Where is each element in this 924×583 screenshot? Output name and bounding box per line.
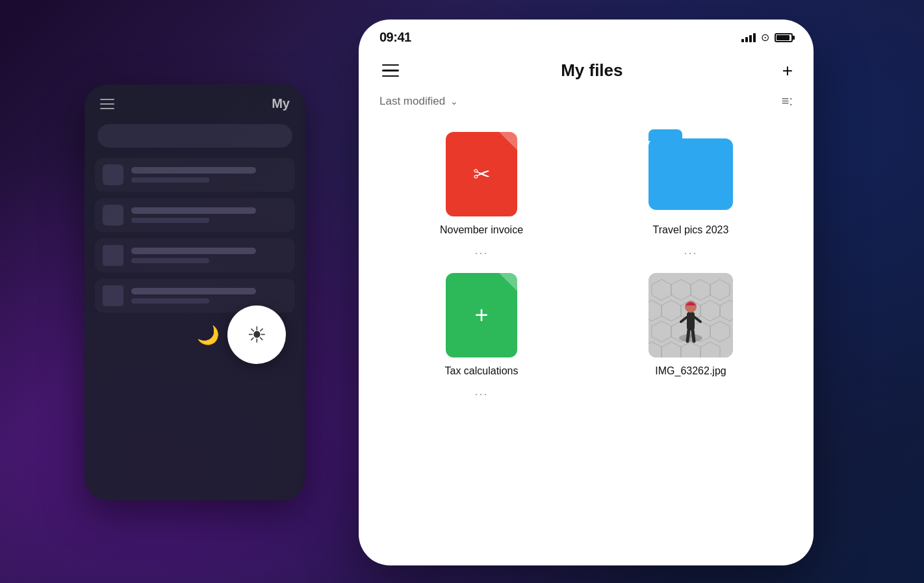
sheet-symbol: + <box>474 304 488 327</box>
dark-file-text <box>131 167 287 183</box>
dark-menu-icon <box>100 99 114 109</box>
chevron-down-icon: ⌄ <box>450 96 458 107</box>
dark-file-icon <box>103 245 123 266</box>
view-toggle-button[interactable]: ≡: <box>782 94 793 109</box>
file-item-img-63262[interactable]: IMG_63262.jpg <box>594 273 788 398</box>
file-more-button[interactable]: ... <box>684 244 697 257</box>
dark-file-sub-bar <box>131 258 209 263</box>
file-more-button[interactable]: ... <box>474 244 488 257</box>
dark-file-list <box>84 158 305 313</box>
svg-line-23 <box>687 330 689 341</box>
dark-file-name-bar <box>131 288 256 294</box>
file-more-button[interactable]: ... <box>474 385 488 398</box>
status-icons: ⊙ <box>741 31 793 44</box>
file-name: Travel pics 2023 <box>653 224 729 236</box>
theme-toggle[interactable]: 🌙 ☀ <box>188 305 286 364</box>
status-time: 09:41 <box>379 30 411 45</box>
dark-file-name-bar <box>131 167 256 174</box>
dark-file-text <box>131 288 287 304</box>
sun-toggle-button[interactable]: ☀ <box>227 305 286 364</box>
file-name: November invoice <box>440 224 523 236</box>
sort-bar: Last modified ⌄ ≡: <box>359 88 814 122</box>
app-header: My files + <box>359 50 814 88</box>
file-item-november-invoice[interactable]: ✂ November invoice ... <box>385 132 578 257</box>
spreadsheet-icon: + <box>446 273 517 357</box>
dark-file-text <box>131 207 287 223</box>
dark-search-bar <box>97 124 292 148</box>
file-icon-wrap: + <box>439 273 524 357</box>
dark-file-icon <box>103 164 123 185</box>
svg-line-24 <box>693 330 694 341</box>
image-thumbnail <box>648 273 733 357</box>
file-icon-wrap <box>648 132 733 216</box>
dark-phone-title: My <box>272 96 290 111</box>
dark-file-icon <box>103 205 123 226</box>
sort-label: Last modified <box>379 95 445 108</box>
file-name: Tax calculations <box>445 365 519 377</box>
svg-point-18 <box>679 334 702 342</box>
dark-list-item <box>95 198 295 232</box>
dark-list-item <box>95 158 295 192</box>
file-icon-wrap: ✂ <box>439 132 524 216</box>
sort-selector[interactable]: Last modified ⌄ <box>379 95 458 108</box>
pdf-icon: ✂ <box>446 132 517 216</box>
signal-icon <box>741 33 756 42</box>
dark-file-sub-bar <box>131 177 209 183</box>
file-item-travel-pics[interactable]: Travel pics 2023 ... <box>594 132 788 257</box>
dark-file-text <box>131 248 287 263</box>
dark-phone: My <box>84 84 305 500</box>
folder-icon <box>648 138 733 210</box>
menu-button[interactable] <box>379 62 402 80</box>
file-item-tax-calculations[interactable]: + Tax calculations ... <box>385 273 578 398</box>
battery-fill <box>776 35 789 40</box>
wifi-icon: ⊙ <box>761 31 769 44</box>
files-grid: ✂ November invoice ... Travel pics 2023 … <box>359 122 814 409</box>
list-view-icon: ≡: <box>782 94 793 108</box>
moon-icon: 🌙 <box>188 315 227 354</box>
dark-file-sub-bar <box>131 298 209 304</box>
dark-phone-header: My <box>84 84 305 119</box>
dark-file-icon <box>103 285 123 306</box>
status-bar: 09:41 ⊙ <box>359 19 814 50</box>
file-name: IMG_63262.jpg <box>655 365 726 377</box>
dark-file-name-bar <box>131 248 256 254</box>
svg-rect-19 <box>687 312 695 330</box>
sun-icon: ☀ <box>247 322 266 348</box>
dark-file-name-bar <box>131 207 256 214</box>
dark-list-item <box>95 239 295 272</box>
page-title: My files <box>561 60 622 81</box>
pdf-symbol: ✂ <box>473 162 491 187</box>
battery-icon <box>775 33 793 42</box>
dark-file-sub-bar <box>131 218 209 223</box>
image-svg <box>648 273 733 357</box>
add-file-button[interactable]: + <box>782 62 793 80</box>
light-phone: 09:41 ⊙ My files + Last modified ⌄ <box>359 19 814 565</box>
file-icon-wrap <box>648 273 733 357</box>
